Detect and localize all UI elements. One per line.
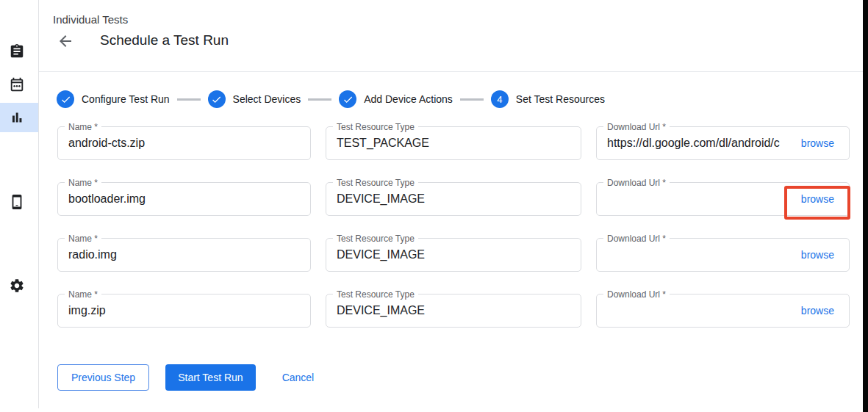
- check-icon: [342, 94, 354, 105]
- previous-step-button[interactable]: Previous Step: [57, 364, 149, 391]
- step-number-circle: 4: [491, 90, 509, 108]
- sidebar-item-test-runs[interactable]: [0, 103, 38, 132]
- download-url-field[interactable]: Download Url * browse: [596, 238, 850, 272]
- step-label: Configure Test Run: [82, 93, 170, 105]
- sidebar: [0, 0, 39, 408]
- step-label: Add Device Actions: [364, 93, 453, 105]
- step-connector: [308, 98, 331, 101]
- field-value: DEVICE_IMAGE: [337, 192, 570, 206]
- test-resource-type-field[interactable]: Test Resource Type DEVICE_IMAGE: [326, 182, 581, 216]
- field-value: img.zip: [68, 304, 300, 317]
- step-add-device-actions[interactable]: Add Device Actions: [339, 90, 453, 108]
- step-label: Set Test Resources: [516, 93, 605, 105]
- field-label: Test Resource Type: [333, 289, 418, 300]
- calendar-icon: [9, 76, 25, 93]
- test-resource-type-field[interactable]: Test Resource Type DEVICE_IMAGE: [326, 294, 581, 328]
- name-field[interactable]: Name * bootloader.img: [57, 182, 311, 216]
- field-value: TEST_PACKAGE: [337, 137, 570, 150]
- step-select-devices[interactable]: Select Devices: [208, 90, 301, 108]
- cancel-button[interactable]: Cancel: [276, 364, 320, 391]
- field-label: Name *: [65, 178, 101, 188]
- field-label: Name *: [65, 234, 101, 244]
- step-label: Select Devices: [233, 93, 301, 105]
- field-value: radio.img: [68, 248, 300, 261]
- step-set-test-resources[interactable]: 4 Set Test Resources: [491, 90, 605, 108]
- step-complete-circle: [208, 90, 226, 108]
- field-label: Test Resource Type: [333, 234, 418, 244]
- field-value: DEVICE_IMAGE: [337, 248, 570, 261]
- sidebar-item-settings[interactable]: [0, 271, 38, 300]
- sidebar-item-devices[interactable]: [0, 187, 38, 217]
- download-url-field[interactable]: Download Url * browse: [596, 182, 850, 216]
- arrow-back-icon: [57, 32, 74, 50]
- field-value: https://dl.google.com/dl/android/c: [607, 137, 792, 150]
- download-url-field[interactable]: Download Url * https://dl.google.com/dl/…: [596, 126, 850, 160]
- header-divider: [39, 71, 863, 72]
- name-field[interactable]: Name * img.zip: [57, 294, 311, 328]
- field-label: Name *: [65, 122, 101, 132]
- gear-icon: [9, 278, 25, 294]
- step-connector: [460, 98, 484, 101]
- smartphone-icon: [9, 194, 25, 210]
- form-actions: Previous Step Start Test Run Cancel: [57, 364, 320, 391]
- name-field[interactable]: Name * android-cts.zip: [57, 126, 311, 160]
- sidebar-item-test-plans[interactable]: [0, 70, 38, 99]
- field-label: Download Url *: [603, 289, 670, 300]
- test-resource-type-field[interactable]: Test Resource Type TEST_PACKAGE: [326, 126, 581, 160]
- field-value: DEVICE_IMAGE: [337, 304, 570, 317]
- check-icon: [60, 94, 71, 105]
- stepper: Configure Test Run Select Devices Add De…: [57, 90, 605, 108]
- name-field[interactable]: Name * radio.img: [57, 238, 311, 272]
- breadcrumb: Individual Tests: [53, 13, 128, 26]
- assignment-icon: [9, 43, 25, 59]
- bar-chart-icon: [9, 109, 25, 126]
- check-icon: [211, 94, 222, 105]
- field-label: Test Resource Type: [333, 178, 418, 188]
- browse-link[interactable]: browse: [797, 246, 839, 264]
- step-configure-test-run[interactable]: Configure Test Run: [57, 90, 170, 108]
- field-value: android-cts.zip: [68, 137, 300, 150]
- browse-link[interactable]: browse: [797, 190, 839, 208]
- field-label: Download Url *: [603, 178, 670, 188]
- browse-link[interactable]: browse: [797, 302, 839, 319]
- window-edge: [863, 0, 868, 412]
- page-title: Schedule a Test Run: [100, 32, 229, 48]
- browse-link[interactable]: browse: [797, 134, 839, 152]
- test-resource-type-field[interactable]: Test Resource Type DEVICE_IMAGE: [326, 238, 581, 272]
- step-complete-circle: [339, 90, 356, 108]
- test-resources-form: Name * android-cts.zip Test Resource Typ…: [57, 126, 850, 328]
- field-value: bootloader.img: [68, 192, 300, 206]
- field-label: Test Resource Type: [333, 122, 418, 132]
- step-complete-circle: [57, 90, 74, 108]
- start-test-run-button[interactable]: Start Test Run: [165, 364, 255, 391]
- app-root: Individual Tests Schedule a Test Run Con…: [0, 0, 868, 412]
- step-connector: [177, 98, 201, 101]
- sidebar-item-tests[interactable]: [0, 37, 38, 66]
- field-label: Download Url *: [603, 234, 670, 244]
- download-url-field[interactable]: Download Url * browse: [596, 294, 850, 328]
- field-label: Name *: [65, 289, 101, 300]
- back-button[interactable]: [56, 32, 75, 51]
- field-label: Download Url *: [603, 122, 670, 132]
